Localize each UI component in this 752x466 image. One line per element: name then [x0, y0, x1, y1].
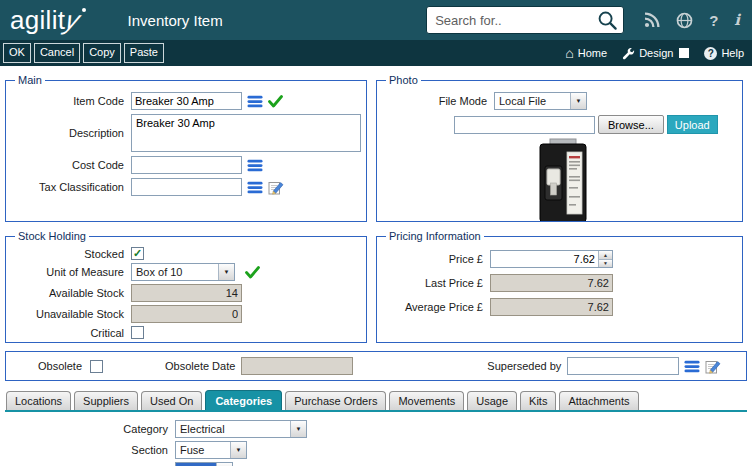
section-select[interactable]: Fuse ▼	[175, 441, 247, 459]
globe-icon[interactable]	[676, 12, 693, 29]
design-label: Design	[639, 47, 673, 59]
edit-icon[interactable]	[705, 359, 721, 374]
tab-attachments[interactable]: Attachments	[559, 391, 638, 410]
toolbar: OK Cancel Copy Paste ⌂ Home Design ? Hel…	[0, 40, 752, 66]
upload-button[interactable]: Upload	[667, 115, 718, 134]
copy-button[interactable]: Copy	[83, 43, 121, 62]
home-button[interactable]: ⌂ Home	[565, 46, 607, 60]
tab-purchase-orders[interactable]: Purchase Orders	[285, 391, 386, 410]
valid-check-icon	[245, 266, 260, 279]
middle-row: Stock Holding Stocked ✓ Unit of Measure …	[5, 230, 747, 343]
search-input[interactable]	[435, 13, 593, 28]
description-label: Description	[11, 127, 131, 139]
item-code-input[interactable]	[131, 92, 242, 110]
file-upload-row: Browse... Upload	[454, 115, 737, 134]
superseded-by-input[interactable]	[567, 357, 679, 375]
tab-locations[interactable]: Locations	[6, 391, 71, 410]
price-spinner: ▲ ▼	[598, 251, 612, 267]
subsection-row: Subsection (NULL) ▼	[5, 462, 747, 466]
cost-code-row: Cost Code	[11, 156, 361, 174]
item-code-label: Item Code	[11, 95, 131, 107]
info-icon[interactable]: i	[734, 11, 740, 29]
available-stock-label: Available Stock	[11, 287, 131, 299]
tax-classification-row: Tax Classification	[11, 178, 361, 196]
tab-categories[interactable]: Categories	[205, 390, 282, 410]
file-path-input[interactable]	[454, 116, 595, 134]
obsolete-section: Obsolete Obsolete Date Superseded by	[5, 351, 747, 381]
category-label: Category	[5, 423, 175, 435]
content-area: Main Item Code Description Breaker 30 Am…	[0, 66, 752, 466]
tab-suppliers[interactable]: Suppliers	[74, 391, 138, 410]
spinner-up-icon[interactable]: ▲	[599, 251, 612, 260]
design-button[interactable]: Design	[622, 47, 689, 60]
help-icon[interactable]: ?	[709, 12, 718, 29]
ok-button[interactable]: OK	[3, 43, 31, 62]
toolbar-right-group: ⌂ Home Design ? Help	[565, 46, 749, 60]
lookup-list-icon[interactable]	[247, 95, 263, 108]
design-checkbox[interactable]	[679, 48, 689, 58]
last-price-label: Last Price £	[382, 277, 490, 289]
home-label: Home	[578, 47, 607, 59]
lookup-list-icon[interactable]	[684, 360, 700, 373]
lookup-list-icon[interactable]	[247, 159, 263, 172]
tax-classification-input[interactable]	[131, 178, 242, 196]
section-label: Section	[5, 444, 175, 456]
tab-bar: Locations Suppliers Used On Categories P…	[5, 390, 747, 412]
help-circle-icon: ?	[704, 47, 717, 60]
last-price-field	[490, 274, 613, 292]
section-value: Fuse	[176, 442, 230, 458]
critical-label: Critical	[11, 327, 131, 339]
lookup-list-icon[interactable]	[247, 181, 263, 194]
cancel-button[interactable]: Cancel	[34, 43, 80, 62]
tab-kits[interactable]: Kits	[520, 391, 556, 410]
obsolete-checkbox[interactable]	[90, 360, 103, 373]
main-section-legend: Main	[15, 74, 45, 86]
unit-of-measure-select[interactable]: Box of 10 ▼	[131, 263, 235, 281]
stocked-checkbox[interactable]: ✓	[131, 247, 144, 260]
unit-of-measure-label: Unit of Measure	[11, 266, 131, 278]
categories-panel: Category Electrical ▼ Section Fuse ▼ Sub…	[5, 412, 747, 466]
edit-icon[interactable]	[268, 180, 284, 195]
tab-used-on[interactable]: Used On	[141, 391, 202, 410]
top-row: Main Item Code Description Breaker 30 Am…	[5, 74, 747, 222]
last-price-row: Last Price £	[382, 274, 737, 292]
available-stock-row: Available Stock	[11, 284, 361, 302]
app-header: agility Inventory Item ? i	[0, 0, 752, 40]
description-row: Description Breaker 30 Amp	[11, 114, 361, 152]
main-section: Main Item Code Description Breaker 30 Am…	[5, 74, 367, 222]
help-label: Help	[721, 47, 744, 59]
spinner-down-icon[interactable]: ▼	[599, 260, 612, 268]
help-button[interactable]: ? Help	[704, 47, 744, 60]
subsection-select[interactable]: (NULL) ▼	[175, 462, 233, 466]
file-mode-label: File Mode	[382, 95, 494, 107]
paste-button[interactable]: Paste	[124, 43, 164, 62]
unavailable-stock-label: Unavailable Stock	[11, 308, 131, 320]
unit-of-measure-value: Box of 10	[132, 264, 218, 280]
file-mode-select[interactable]: Local File ▼	[494, 92, 587, 110]
dropdown-arrow-icon[interactable]: ▼	[230, 442, 246, 458]
browse-button[interactable]: Browse...	[598, 115, 664, 134]
page-title: Inventory Item	[128, 12, 223, 29]
critical-checkbox[interactable]	[131, 326, 144, 339]
stocked-label: Stocked	[11, 248, 131, 260]
tab-movements[interactable]: Movements	[389, 391, 464, 410]
dropdown-arrow-icon[interactable]: ▼	[570, 93, 586, 109]
logo-dot	[82, 8, 86, 12]
dropdown-arrow-icon[interactable]: ▼	[290, 421, 306, 437]
file-mode-row: File Mode Local File ▼	[382, 92, 737, 110]
price-input[interactable]	[491, 251, 598, 267]
price-input-group: ▲ ▼	[490, 250, 613, 268]
stocked-row: Stocked ✓	[11, 247, 361, 260]
logo-stylized-y: y	[63, 7, 84, 33]
search-icon[interactable]	[597, 10, 618, 31]
tab-usage[interactable]: Usage	[467, 391, 517, 410]
superseded-by-label: Superseded by	[487, 360, 561, 372]
category-select[interactable]: Electrical ▼	[175, 420, 307, 438]
dropdown-arrow-icon[interactable]: ▼	[218, 264, 234, 280]
rss-icon[interactable]	[644, 12, 660, 28]
critical-row: Critical	[11, 326, 361, 339]
description-input[interactable]: Breaker 30 Amp	[131, 114, 361, 152]
cost-code-input[interactable]	[131, 156, 242, 174]
inventory-item-window: agility Inventory Item ? i OK Cancel Cop…	[0, 0, 752, 466]
item-code-row: Item Code	[11, 92, 361, 110]
